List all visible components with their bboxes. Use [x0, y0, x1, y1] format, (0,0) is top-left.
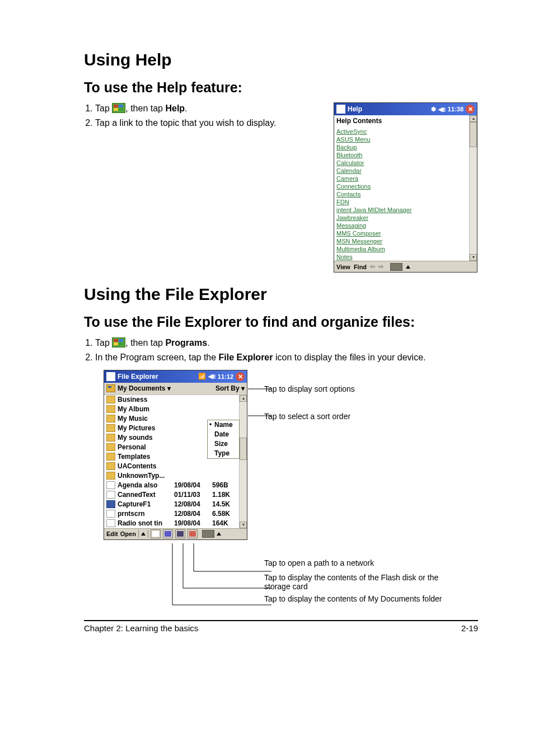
edit-button[interactable]: Edit	[106, 530, 118, 537]
separator	[148, 530, 148, 538]
start-menu-icon[interactable]	[336, 105, 345, 114]
scroll-up-icon[interactable]: ▴	[470, 115, 477, 122]
footer-rule	[84, 620, 478, 621]
network-path-button[interactable]	[188, 529, 198, 538]
sort-option-size[interactable]: Size	[208, 439, 239, 449]
help-link[interactable]: Contacts	[336, 191, 360, 198]
sip-arrow-icon[interactable]	[406, 265, 410, 269]
file-icon	[106, 491, 115, 499]
file-explorer-window: File Explorer 📶 ◀ᴇ 11:12 ✕ My Documents …	[104, 370, 247, 540]
connectivity-icon[interactable]: ✽	[431, 106, 436, 113]
help-titlebar: Help ✽ ◀ᴇ 11:38 ✕	[334, 103, 477, 115]
fe-step-1: Tap , then tap Programs.	[95, 337, 478, 349]
sort-option-type[interactable]: Type	[208, 449, 239, 458]
list-item[interactable]: My Album	[104, 405, 239, 414]
storage-card-button[interactable]	[163, 529, 173, 538]
sort-option-name[interactable]: Name	[208, 420, 239, 430]
help-link[interactable]: Multimedia Album	[336, 246, 385, 252]
keyboard-icon[interactable]	[390, 263, 402, 271]
callout-flash: Tap to display the contents of the Flash…	[264, 573, 466, 591]
list-item[interactable]: UnknownTyp...	[104, 471, 239, 481]
list-item[interactable]: Business	[104, 395, 239, 405]
open-button[interactable]: Open	[120, 530, 136, 537]
sort-menu: Name Date Size Type	[207, 420, 240, 459]
capture-icon	[106, 500, 115, 508]
view-button[interactable]: View	[336, 264, 350, 270]
file-icon	[106, 481, 115, 489]
list-item[interactable]: Radio snot tin19/08/04164K	[104, 519, 239, 528]
sort-by-dropdown[interactable]: Sort By ▾	[216, 384, 245, 392]
callout-mydocs: Tap to display the contents of My Docume…	[264, 594, 466, 603]
sort-option-date[interactable]: Date	[208, 430, 239, 439]
folder-icon	[106, 453, 115, 461]
vertical-scrollbar[interactable]: ▴ ▾	[239, 395, 247, 528]
fe-title-text: File Explorer	[118, 373, 158, 381]
help-link[interactable]: MMS Composer	[336, 230, 381, 237]
help-link-list: ActiveSync ASUS Menu Backup Bluetooth Ca…	[334, 128, 469, 261]
clock-text[interactable]: 11:12	[218, 373, 233, 380]
list-item[interactable]: CannedText01/11/031.18K	[104, 490, 239, 500]
scroll-up-icon[interactable]: ▴	[240, 395, 247, 402]
help-link[interactable]: Messaging	[336, 222, 366, 229]
heading-using-help: Using Help	[84, 50, 478, 69]
my-documents-button[interactable]	[151, 529, 161, 538]
scroll-thumb[interactable]	[470, 122, 477, 147]
help-link[interactable]: Calendar	[336, 167, 362, 174]
folder-icon	[106, 405, 115, 413]
subheading-help-feature: To use the Help feature:	[84, 79, 478, 96]
help-link[interactable]: intent Java MIDlet Manager	[336, 206, 412, 213]
sound-icon[interactable]: ◀ᴇ	[208, 373, 216, 380]
help-link[interactable]: ASUS Menu	[336, 136, 371, 143]
list-item[interactable]: Agenda also19/08/04596B	[104, 481, 239, 490]
help-title-text: Help	[348, 105, 362, 113]
list-item[interactable]: prntscrn12/08/046.58K	[104, 509, 239, 519]
scroll-down-icon[interactable]: ▾	[240, 522, 247, 528]
folder-icon	[106, 396, 115, 403]
help-link[interactable]: Backup	[336, 144, 357, 151]
vertical-scrollbar[interactable]: ▴ ▾	[469, 115, 477, 261]
fe-step-2: In the Program screen, tap the File Expl…	[95, 351, 478, 364]
folder-icon	[106, 472, 115, 480]
callout-sort-options: Tap to display sort options	[264, 384, 466, 393]
help-link[interactable]: Notes	[336, 253, 353, 260]
help-link[interactable]: Jawbreaker	[336, 214, 368, 221]
list-item[interactable]: CaptureF112/08/0414.5K	[104, 500, 239, 509]
back-icon[interactable]: ⇦	[370, 263, 375, 270]
clock-text[interactable]: 11:38	[448, 106, 463, 112]
sound-icon[interactable]: ◀ᴇ	[438, 106, 446, 113]
folder-icon	[106, 434, 115, 442]
start-menu-icon[interactable]	[106, 372, 115, 381]
help-link[interactable]: Camera	[336, 175, 358, 182]
sip-arrow-icon[interactable]	[217, 532, 221, 536]
close-icon[interactable]: ✕	[236, 372, 245, 381]
help-link[interactable]: Calculator	[336, 159, 364, 166]
folder-icon	[106, 415, 115, 422]
file-list: Business My Album My Music My Pictures M…	[104, 395, 239, 528]
scroll-thumb[interactable]	[240, 438, 247, 460]
separator	[138, 530, 139, 538]
start-icon	[112, 103, 125, 113]
start-icon	[112, 337, 125, 348]
help-link[interactable]: FDN	[336, 199, 349, 205]
help-link[interactable]: MSN Messenger	[336, 238, 382, 245]
close-icon[interactable]: ✕	[466, 105, 475, 114]
help-link[interactable]: ActiveSync	[336, 128, 367, 135]
location-dropdown[interactable]: My Documents ▾	[118, 384, 171, 392]
fe-titlebar: File Explorer 📶 ◀ᴇ 11:12 ✕	[104, 370, 247, 383]
callout-network: Tap to open a path to a network	[264, 558, 466, 567]
up-icon[interactable]	[141, 532, 146, 536]
list-item[interactable]: UAContents	[104, 462, 239, 471]
find-button[interactable]: Find	[354, 264, 367, 270]
help-contents-label: Help Contents	[334, 115, 469, 128]
scroll-down-icon[interactable]: ▾	[470, 254, 477, 261]
flash-disk-button[interactable]	[175, 529, 185, 538]
signal-icon[interactable]: 📶	[198, 373, 206, 380]
keyboard-icon[interactable]	[202, 530, 214, 538]
location-folder-icon[interactable]	[106, 384, 115, 392]
help-link[interactable]: Bluetooth	[336, 152, 362, 158]
help-step-2: Tap a link to the topic that you wish to…	[95, 117, 317, 129]
help-link[interactable]: Connections	[336, 183, 371, 190]
forward-icon[interactable]: ⇨	[378, 263, 383, 270]
file-icon	[106, 519, 115, 527]
footer-page: 2-19	[461, 623, 478, 633]
